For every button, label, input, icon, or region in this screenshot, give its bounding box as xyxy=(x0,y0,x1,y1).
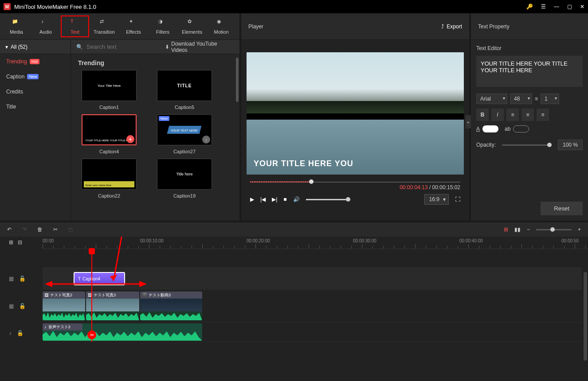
tab-media[interactable]: 📁Media xyxy=(2,16,31,37)
text-clip[interactable]: T Caption4 xyxy=(74,272,125,285)
lock-icon[interactable]: 🔓 xyxy=(19,303,26,309)
stop-button[interactable]: ■ xyxy=(283,196,286,202)
bold-button[interactable]: B xyxy=(476,109,489,121)
zoom-slider[interactable] xyxy=(536,229,572,230)
snap-icon[interactable]: ▮▮ xyxy=(514,226,521,233)
download-link[interactable]: ⬇ Download YouTube Videos xyxy=(165,41,234,53)
add-track-button[interactable]: ⊞ xyxy=(9,239,13,245)
expand-panel-button[interactable]: ▸ xyxy=(466,115,471,128)
spacing-value: 1 xyxy=(545,96,548,102)
text-color-swatch[interactable] xyxy=(482,125,498,132)
tab-filters[interactable]: ◑Filters xyxy=(149,16,177,37)
fullscreen-button[interactable]: ⛶ xyxy=(455,196,460,202)
delete-button[interactable]: 🗑 xyxy=(37,226,43,233)
video-clip[interactable]: 🎬テスト動画3 xyxy=(140,292,202,320)
sidebar-item-credits[interactable]: Credits xyxy=(0,84,71,99)
split-button[interactable]: ✂ xyxy=(53,226,58,233)
align-left-button[interactable]: ≡ xyxy=(506,109,519,121)
zoom-out-button[interactable]: − xyxy=(527,226,530,233)
line-spacing-select[interactable]: 1 xyxy=(541,93,559,104)
thumb-label: Caption5 xyxy=(175,105,194,110)
video-track[interactable]: 🖼テスト写真2 🖼テスト写真3 🎬テスト動画3 xyxy=(43,290,582,323)
aspect-ratio-select[interactable]: 16:9 xyxy=(424,194,449,205)
ruler-tick: 00:00:40:00 xyxy=(459,238,483,243)
play-button[interactable]: ▶ xyxy=(250,196,254,202)
scissors-icon[interactable]: ✂ xyxy=(87,330,96,339)
sidebar-item-caption[interactable]: Caption New xyxy=(0,69,71,84)
magnet-icon[interactable]: ⊞ xyxy=(504,226,508,233)
undo-button[interactable]: ↶ xyxy=(7,226,12,233)
lock-icon[interactable]: 🔓 xyxy=(17,330,24,336)
clip-label: テスト写真3 xyxy=(94,292,116,298)
sidebar-all-header[interactable]: ▾ All (52) xyxy=(0,40,71,54)
property-section-label: Text Editor xyxy=(476,45,583,51)
align-center-button[interactable]: ≡ xyxy=(521,109,534,121)
seek-thumb[interactable] xyxy=(309,179,314,184)
text-track[interactable]: T Caption4 xyxy=(43,268,582,290)
sidebar-item-label: Title xyxy=(6,104,16,110)
lock-icon[interactable]: 🔓 xyxy=(19,276,26,282)
hot-badge: Hot xyxy=(30,59,39,64)
zoom-in-button[interactable]: + xyxy=(578,226,581,233)
add-icon[interactable]: + xyxy=(126,135,134,143)
thumb-preview-text: Enter your name here xyxy=(86,184,111,187)
menu-icon[interactable]: ☰ xyxy=(541,4,546,10)
new-tag: New xyxy=(159,116,169,121)
scrollbar[interactable] xyxy=(236,58,239,102)
clip-label: テスト写真2 xyxy=(50,292,72,298)
playhead[interactable]: ✂ xyxy=(91,249,92,342)
sidebar-item-title[interactable]: Title xyxy=(0,99,71,114)
audio-track[interactable]: ♪音声テスト3 xyxy=(43,323,582,342)
ruler[interactable]: 00:00 00:00:10:00 00:00:20:00 00:00:30:0… xyxy=(43,237,588,249)
minimize-button[interactable]: — xyxy=(554,4,559,10)
thumb-caption27[interactable]: New YOUR TEXT HERE ↓ xyxy=(157,114,212,145)
video-clip[interactable]: 🖼テスト写真2 xyxy=(43,292,85,320)
search-input[interactable] xyxy=(86,43,161,50)
thumb-caption5[interactable]: TITLE xyxy=(157,70,212,101)
tab-elements-label: Elements xyxy=(182,29,202,35)
thumb-caption4[interactable]: YOUR TITLE HERE YOUR TITLE HERE + xyxy=(82,114,137,145)
redo-button[interactable]: ↷ xyxy=(22,226,27,233)
thumb-caption22[interactable]: Enter your name here xyxy=(82,159,137,190)
prev-frame-button[interactable]: |◀ xyxy=(260,196,266,202)
export-button[interactable]: ⤴ Export xyxy=(441,23,462,30)
ruler-tick: 00:00:30:00 xyxy=(353,238,376,243)
key-icon[interactable]: 🔑 xyxy=(526,4,533,10)
highlight-color-swatch[interactable] xyxy=(513,125,529,132)
download-icon[interactable]: ↓ xyxy=(202,136,210,144)
italic-button[interactable]: I xyxy=(491,109,504,121)
volume-slider[interactable] xyxy=(306,199,350,200)
sidebar-item-trending[interactable]: Trending Hot xyxy=(0,54,71,69)
remove-track-button[interactable]: ⊟ xyxy=(18,239,22,245)
player-controls: ▶ |◀ ▶| ■ 🔊 16:9 ⛶ xyxy=(247,190,464,208)
font-size-select[interactable]: 48 xyxy=(510,93,532,104)
tab-transition[interactable]: ⇄Transition xyxy=(90,16,118,37)
opacity-slider[interactable] xyxy=(502,144,552,146)
tab-text[interactable]: TText xyxy=(61,16,89,37)
tab-elements[interactable]: ✿Elements xyxy=(178,16,206,37)
vertical-scrollbar[interactable] xyxy=(584,272,587,361)
property-panel: ▸ Text Editor Arial 48 ≡ 1 B I ≡ ≡ ≡ A a… xyxy=(469,40,588,221)
left-panel: ▾ All (52) Trending Hot Caption New Cred… xyxy=(0,40,239,221)
tab-effects[interactable]: ✦Effects xyxy=(119,16,148,37)
text-editor-input[interactable] xyxy=(476,56,583,87)
align-right-button[interactable]: ≡ xyxy=(537,109,549,121)
font-select[interactable]: Arial xyxy=(476,93,507,104)
next-frame-button[interactable]: ▶| xyxy=(272,196,277,202)
video-clip[interactable]: 🖼テスト写真3 xyxy=(86,292,139,320)
crop-button[interactable]: ◻ xyxy=(68,226,73,233)
tab-audio[interactable]: ♪Audio xyxy=(31,16,60,37)
seek-bar[interactable] xyxy=(250,181,460,183)
playhead-handle[interactable] xyxy=(89,248,95,254)
tab-motion[interactable]: ◉Motion xyxy=(207,16,235,37)
close-button[interactable]: ✕ xyxy=(580,4,584,10)
video-track-icon: ▦ xyxy=(9,276,14,282)
video-preview[interactable]: YOUR TITLE HERE YOU xyxy=(247,52,464,175)
reset-button[interactable]: Reset xyxy=(541,202,583,215)
audio-clip[interactable]: ♪音声テスト3 xyxy=(43,323,202,341)
maximize-button[interactable]: ▢ xyxy=(567,4,572,10)
volume-icon[interactable]: 🔊 xyxy=(293,196,300,202)
download-link-label: Download YouTube Videos xyxy=(171,41,234,53)
thumb-caption19[interactable]: Title here xyxy=(157,159,212,190)
thumb-caption1[interactable]: Your Title Here xyxy=(82,70,137,101)
